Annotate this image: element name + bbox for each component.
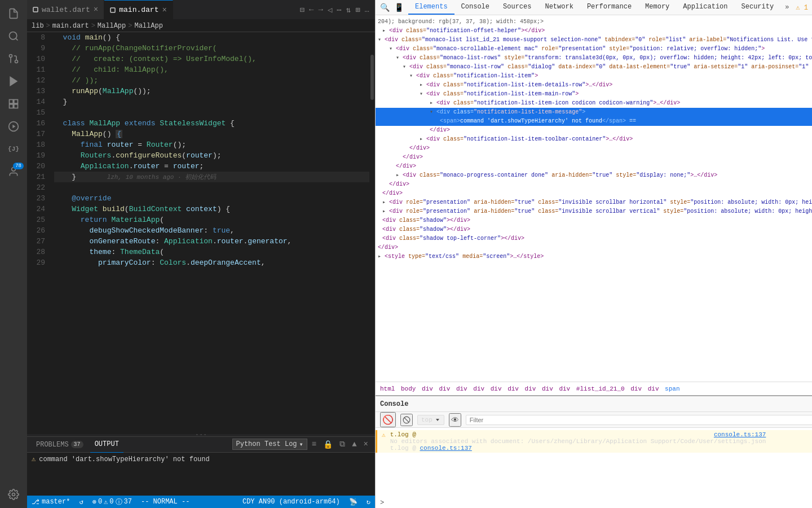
devtools-tab-memory[interactable]: Memory (638, 0, 676, 15)
dom-line-14[interactable]: </div> (376, 144, 812, 153)
dom-line-17[interactable]: ▸ <div class="monaco-progress-container … (376, 171, 812, 180)
dom-line-8[interactable]: ▾ <div class="notification-list-item-mai… (376, 90, 812, 99)
remote-explorer-icon[interactable] (5, 117, 23, 135)
panel-close-btn[interactable]: × (361, 439, 370, 450)
bc-html[interactable]: html (380, 386, 395, 392)
bc-div9[interactable]: div (559, 386, 570, 392)
dom-line-9[interactable]: ▸ <div class="notification-list-item-ico… (376, 99, 812, 108)
devtools-tab-elements[interactable]: Elements (408, 0, 454, 15)
breadcrumb-file[interactable]: main.dart (52, 22, 89, 30)
overflow-btn[interactable]: … (364, 4, 370, 15)
editor-scrollbar[interactable] (369, 32, 375, 434)
bc-div8[interactable]: div (542, 386, 553, 392)
console-filter-input[interactable] (466, 415, 812, 425)
status-mode[interactable]: -- NORMAL -- (136, 496, 194, 508)
bc-div5[interactable]: div (491, 386, 502, 392)
dom-line-22[interactable]: <div class="shadow"></div> (376, 216, 812, 225)
dom-line-5[interactable]: ▾ <div class="monaco-list-row" class="di… (376, 63, 812, 72)
run-debug-icon[interactable] (5, 72, 23, 90)
dom-line-12[interactable]: </div> (376, 126, 812, 135)
dom-line-20[interactable]: ▸ <div role="presentation" aria-hidden="… (376, 198, 812, 207)
panel-lock-btn[interactable]: 🔒 (321, 439, 335, 450)
accounts-icon[interactable]: 78 (5, 163, 23, 181)
status-broadcast[interactable]: 📡 (345, 496, 362, 508)
status-sync[interactable]: ↺ (74, 496, 87, 508)
console-context-selector[interactable]: top (417, 415, 444, 425)
devtools-tab-network[interactable]: Network (538, 0, 580, 15)
bc-div2[interactable]: div (439, 386, 450, 392)
dom-line-1[interactable]: ▸ <div class="notification-offset-helper… (376, 27, 812, 36)
dom-line-3[interactable]: ▾ <div class="monaco-scrollable-element … (376, 45, 812, 54)
dom-line-24[interactable]: <div class="shadow top-left-corner"></di… (376, 234, 812, 243)
breadcrumb-lib[interactable]: lib (32, 22, 44, 30)
devtools-tab-security[interactable]: Security (735, 0, 781, 15)
status-refresh[interactable]: ↻ (362, 496, 375, 508)
search-icon[interactable] (5, 27, 23, 45)
dom-line-21[interactable]: ▸ <div role="presentation" aria-hidden="… (376, 207, 812, 216)
bc-div1[interactable]: div (422, 386, 433, 392)
go-to-file-btn[interactable]: ◁ (326, 4, 333, 16)
nav-back-btn[interactable]: ← (308, 4, 315, 15)
dom-line-13[interactable]: ▸ <div class="notification-list-item-too… (376, 135, 812, 144)
code-editor[interactable]: 8 9 10 11 12 13 14 15 16 17 18 19 20 21 … (27, 32, 375, 434)
devtools-inspect-btn[interactable]: 🔍 (378, 3, 392, 12)
tab-wallet[interactable]: wallet.dart × (27, 0, 104, 19)
console-block-btn[interactable] (400, 414, 413, 426)
panel-dropdown[interactable]: Python Test Log ▾ (232, 439, 307, 450)
panel-copy-btn[interactable]: ⧉ (337, 439, 347, 450)
dom-line-11[interactable]: <span>command 'dart.showTypeHierarchy' n… (376, 117, 812, 126)
devtools-tab-application[interactable]: Application (676, 0, 734, 15)
more-actions-btn[interactable]: ⋯ (336, 4, 342, 16)
status-errors[interactable]: ⊗ 0 ⚠ 0 ⓘ 37 (88, 496, 136, 508)
open-changes-btn[interactable]: ⇅ (345, 4, 352, 16)
dom-line-10[interactable]: ▾ <div class="notification-list-item-mes… (376, 108, 812, 117)
files-icon[interactable] (5, 5, 23, 23)
devtools-tab-sources[interactable]: Sources (496, 0, 538, 15)
bc-div11[interactable]: div (648, 386, 659, 392)
dom-line-15[interactable]: </div> (376, 153, 812, 162)
json-icon[interactable]: {J} (5, 140, 23, 158)
panel-filter-btn[interactable]: ≡ (310, 439, 319, 450)
devtools-tab-performance[interactable]: Performance (580, 0, 638, 15)
status-device[interactable]: CDY AN90 (android-arm64) (238, 496, 345, 508)
dom-tree[interactable]: 204); background: rgb(37, 37, 38); width… (376, 15, 812, 382)
status-branch[interactable]: ⎇ master* (27, 496, 74, 508)
dom-line-18[interactable]: </div> (376, 180, 812, 189)
dom-line-23[interactable]: <div class="shadow"></div> (376, 225, 812, 234)
settings-icon[interactable] (5, 485, 23, 503)
dom-line-7[interactable]: ▸ <div class="notification-list-item-det… (376, 81, 812, 90)
tab-main[interactable]: main.dart × (104, 0, 173, 19)
dom-line-0[interactable]: 204); background: rgb(37, 37, 38); width… (376, 17, 812, 27)
bc-div6[interactable]: div (508, 386, 519, 392)
bc-body[interactable]: body (401, 386, 416, 392)
source-control-icon[interactable] (5, 50, 23, 68)
console-eye-btn[interactable]: 👁 (449, 413, 461, 427)
panel-tab-problems[interactable]: PROBLEMS 37 (32, 437, 88, 453)
dom-line-2[interactable]: ▾ <div class="monaco-list list_id_21 mou… (376, 36, 812, 45)
tab-main-close[interactable]: × (162, 6, 166, 15)
console-warn-link-2[interactable]: console.ts:137 (420, 445, 471, 452)
bc-div10[interactable]: div (630, 386, 642, 392)
devtools-tab-console[interactable]: Console (454, 0, 496, 15)
dom-line-4[interactable]: ▾ <div class="monaco-list-rows" style="t… (376, 54, 812, 63)
devtools-device-btn[interactable]: 📱 (392, 3, 406, 12)
devtools-warning-badge[interactable]: ⚠ 1 (793, 3, 810, 12)
code-content[interactable]: void main() { // runApp(ChangeNotifierPr… (50, 32, 369, 434)
panel-arrow-up-btn[interactable]: ▲ (350, 439, 359, 450)
dom-line-19[interactable]: </div> (376, 189, 812, 198)
bc-div7[interactable]: div (525, 386, 536, 392)
extensions-icon[interactable] (5, 95, 23, 113)
devtools-more-tabs[interactable]: » (780, 0, 793, 15)
bc-list-id[interactable]: #list_id_21_0 (576, 386, 625, 392)
console-prompt[interactable]: > (376, 498, 812, 508)
breadcrumb-class[interactable]: MallApp (98, 22, 126, 30)
layout-btn[interactable]: ⊞ (354, 4, 361, 16)
tab-wallet-close[interactable]: × (94, 5, 98, 14)
nav-forward-btn[interactable]: → (317, 4, 324, 15)
breadcrumb-method[interactable]: MallApp (134, 22, 162, 30)
bc-div4[interactable]: div (473, 386, 484, 392)
dom-line-16[interactable]: </div> (376, 162, 812, 171)
dom-line-6[interactable]: ▾ <div class="notification-list-item"> (376, 72, 812, 81)
split-editor-btn[interactable]: ⊟ (299, 4, 306, 16)
dom-line-25[interactable]: </div> (376, 243, 812, 252)
